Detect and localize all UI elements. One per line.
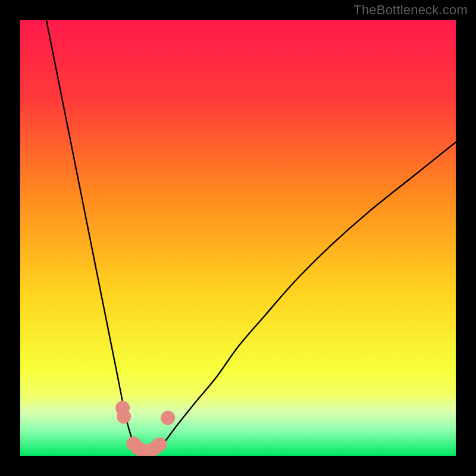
data-marker (152, 437, 167, 452)
chart-svg (20, 20, 456, 456)
plot-area (20, 20, 456, 456)
data-marker (161, 411, 175, 425)
gradient-background (20, 20, 456, 456)
data-marker (117, 409, 131, 424)
outer-frame: TheBottleneck.com (0, 0, 476, 476)
watermark-text: TheBottleneck.com (353, 2, 468, 18)
